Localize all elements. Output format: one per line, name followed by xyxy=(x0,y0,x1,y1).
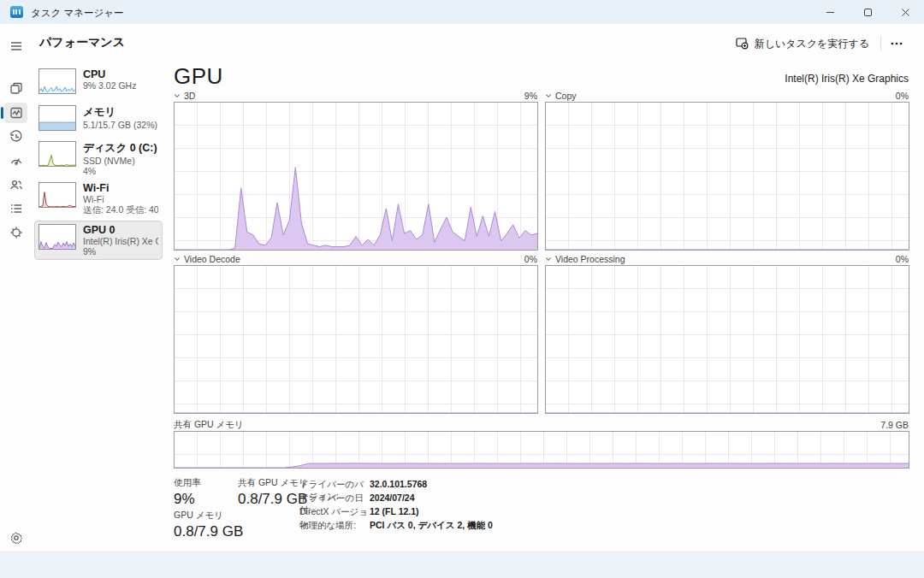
chevron-down-icon[interactable] xyxy=(545,92,552,99)
sidebar-item-users[interactable] xyxy=(4,174,27,195)
chart-3d[interactable] xyxy=(174,102,538,251)
chart-value: 0% xyxy=(896,91,909,101)
chart-value: 7.9 GB xyxy=(880,420,909,430)
cpu-mini-chart xyxy=(38,68,76,94)
stat-shared-gpu-memory: 共有 GPU メモリ 0.8/7.9 GB xyxy=(238,477,308,508)
maximize-button[interactable] xyxy=(849,0,886,24)
sidebar-item-details[interactable] xyxy=(4,198,27,219)
perf-item-detail: 9% 3.02 GHz xyxy=(83,80,136,91)
window-title: タスク マネージャー xyxy=(31,7,124,20)
run-new-task-label: 新しいタスクを実行する xyxy=(755,37,869,51)
perf-item-cpu[interactable]: CPU 9% 3.02 GHz xyxy=(34,65,163,97)
chart-value: 0% xyxy=(896,254,909,264)
chart-shared-memory[interactable] xyxy=(174,431,909,469)
chart-value: 9% xyxy=(524,91,537,101)
chart-title: Video Processing xyxy=(555,254,625,264)
chart-header-video-decode: Video Decode 0% xyxy=(174,253,537,265)
chart-video-decode[interactable] xyxy=(174,265,538,414)
perf-item-name: メモリ xyxy=(83,105,157,120)
stat-utilization: 使用率 9% xyxy=(174,477,201,508)
chart-value: 0% xyxy=(524,254,537,264)
chart-header-video-processing: Video Processing 0% xyxy=(545,253,909,265)
close-button[interactable] xyxy=(886,0,924,24)
perf-item-detail2: 9% xyxy=(83,246,158,257)
sidebar-item-services[interactable] xyxy=(4,222,27,243)
more-options-button[interactable] xyxy=(885,32,909,55)
sidebar-item-startup-apps[interactable] xyxy=(4,150,27,171)
perf-item-name: GPU 0 xyxy=(83,224,158,236)
nav-menu-button[interactable] xyxy=(4,36,27,56)
sidebar-item-performance[interactable] xyxy=(4,103,27,123)
detail-physical-location: 物理的な場所: PCI バス 0, デバイス 2, 機能 0 xyxy=(299,520,659,532)
wifi-mini-chart xyxy=(38,182,76,208)
gpu-panel-title: GPU xyxy=(174,63,223,90)
header-separator xyxy=(880,36,881,51)
taskbar: 2 カブス - マーリンズ 7 時間後 xyxy=(0,551,924,578)
chart-header-3d: 3D 9% xyxy=(174,90,537,102)
perf-item-detail: Wi-Fi xyxy=(83,194,158,204)
chevron-down-icon[interactable] xyxy=(174,92,181,99)
perf-item-detail2: 4% xyxy=(83,166,157,176)
minimize-button[interactable] xyxy=(811,0,849,24)
perf-item-gpu[interactable]: GPU 0 Intel(R) Iris(R) Xe Graphics 9% xyxy=(34,221,163,260)
new-task-icon xyxy=(735,36,749,52)
chevron-down-icon[interactable] xyxy=(545,256,552,262)
chevron-down-icon[interactable] xyxy=(174,256,181,262)
chart-video-processing[interactable] xyxy=(545,265,909,414)
task-manager-app-icon xyxy=(10,6,23,18)
chart-header-shared-memory: 共有 GPU メモリ 7.9 GB xyxy=(174,419,909,431)
gpu-adapter-name: Intel(R) Iris(R) Xe Graphics xyxy=(785,73,909,85)
chart-title: 3D xyxy=(184,91,195,101)
chart-header-copy: Copy 0% xyxy=(545,90,909,102)
perf-item-detail2: 送信: 24.0 受信: 40.0 Kbps xyxy=(83,204,158,216)
perf-item-name: Wi-Fi xyxy=(83,182,158,194)
perf-item-detail: 5.1/15.7 GB (32%) xyxy=(83,120,157,130)
perf-item-memory[interactable]: メモリ 5.1/15.7 GB (32%) xyxy=(34,102,163,134)
memory-mini-chart xyxy=(38,105,76,131)
sidebar-item-app-history[interactable] xyxy=(4,127,27,147)
perf-item-detail: Intel(R) Iris(R) Xe Graphics xyxy=(83,236,158,246)
chart-title: Video Decode xyxy=(184,254,240,264)
task-manager-screen: タスク マネージャー パフォーマンス 新しいタスクを実行する CPU 9% 3.… xyxy=(0,0,924,578)
perf-item-detail: SSD (NVMe) xyxy=(83,156,157,166)
nav-rail xyxy=(0,24,31,551)
chart-title: Copy xyxy=(555,91,577,101)
gpu-mini-chart xyxy=(38,224,76,250)
perf-item-name: ディスク 0 (C:) xyxy=(83,141,157,156)
run-new-task-button[interactable]: 新しいタスクを実行する xyxy=(728,32,876,55)
chart-title: 共有 GPU メモリ xyxy=(174,419,244,431)
perf-item-name: CPU xyxy=(83,68,136,80)
chart-copy[interactable] xyxy=(545,102,909,251)
stat-gpu-memory: GPU メモリ 0.8/7.9 GB xyxy=(174,510,243,540)
titlebar: タスク マネージャー xyxy=(0,0,924,24)
disk-mini-chart xyxy=(38,141,76,167)
settings-icon[interactable] xyxy=(4,528,27,548)
perf-item-wifi[interactable]: Wi-Fi Wi-Fi 送信: 24.0 受信: 40.0 Kbps xyxy=(34,179,163,220)
sidebar-item-processes[interactable] xyxy=(4,79,27,99)
perf-item-disk[interactable]: ディスク 0 (C:) SSD (NVMe) 4% xyxy=(34,138,163,180)
page-title: パフォーマンス xyxy=(39,35,125,50)
